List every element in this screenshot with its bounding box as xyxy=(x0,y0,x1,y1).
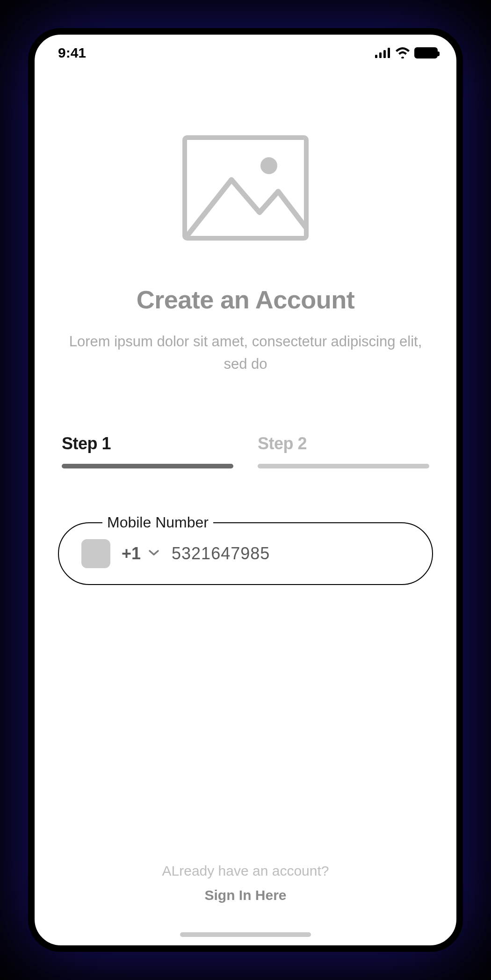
svg-rect-3 xyxy=(388,48,390,58)
step-2-label: Step 2 xyxy=(258,434,429,453)
svg-rect-2 xyxy=(383,50,386,58)
svg-point-4 xyxy=(260,157,277,174)
battery-icon xyxy=(414,47,438,59)
chevron-down-icon[interactable] xyxy=(148,549,159,558)
svg-rect-0 xyxy=(375,55,377,58)
status-indicators xyxy=(375,47,438,59)
page-subtitle: Lorem ipsum dolor sit amet, consectetur … xyxy=(58,330,433,375)
phone-number-input[interactable] xyxy=(172,544,409,563)
wifi-icon xyxy=(395,47,410,59)
hero-section: Create an Account Lorem ipsum dolor sit … xyxy=(58,63,433,375)
step-indicator: Step 1 Step 2 xyxy=(58,434,433,468)
country-flag-icon[interactable] xyxy=(81,539,110,568)
form-area: Mobile Number +1 xyxy=(58,522,433,585)
svg-rect-1 xyxy=(379,52,382,58)
dial-code[interactable]: +1 xyxy=(122,544,141,563)
step-2-bar xyxy=(258,464,429,468)
phone-mockup: 9:41 xyxy=(28,28,463,952)
phone-input-wrapper: Mobile Number +1 xyxy=(58,522,433,585)
home-indicator[interactable] xyxy=(180,932,311,937)
phone-input-field[interactable]: +1 xyxy=(58,522,433,585)
sign-in-link[interactable]: Sign In Here xyxy=(58,887,433,903)
step-1-label: Step 1 xyxy=(62,434,233,453)
step-1-bar xyxy=(62,464,233,468)
step-2-tab[interactable]: Step 2 xyxy=(258,434,429,468)
footer-question-text: ALready have an account? xyxy=(58,863,433,879)
status-time: 9:41 xyxy=(58,45,86,61)
status-bar: 9:41 xyxy=(35,35,456,63)
phone-input-label: Mobile Number xyxy=(102,514,213,531)
step-1-tab[interactable]: Step 1 xyxy=(62,434,233,468)
page-title: Create an Account xyxy=(58,285,433,314)
cellular-signal-icon xyxy=(375,48,391,58)
image-placeholder-icon xyxy=(182,135,309,241)
